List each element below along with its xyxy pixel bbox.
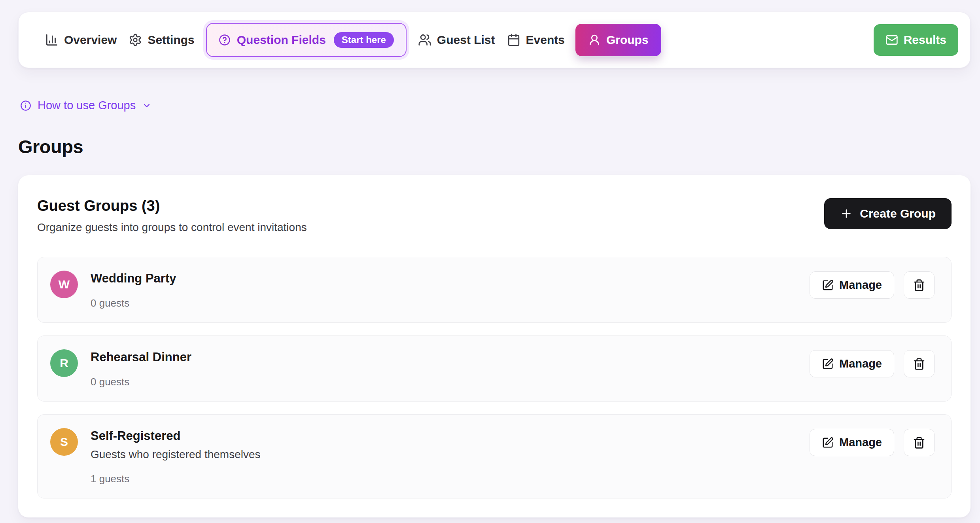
tab-question-fields[interactable]: Question Fields Start here xyxy=(206,23,407,57)
mail-icon xyxy=(885,34,898,46)
tab-events-label: Events xyxy=(526,33,565,47)
results-button-label: Results xyxy=(904,33,946,47)
group-row-rehearsal-dinner: R Rehearsal Dinner 0 guests Manage xyxy=(37,335,952,402)
group-info: Wedding Party 0 guests xyxy=(91,271,176,310)
tab-guest-list-label: Guest List xyxy=(437,33,495,47)
question-circle-icon xyxy=(219,34,231,46)
edit-icon xyxy=(822,437,834,449)
results-button[interactable]: Results xyxy=(874,24,958,56)
page-title: Groups xyxy=(18,136,971,158)
group-guest-count: 0 guests xyxy=(91,296,176,310)
card-title: Guest Groups (3) xyxy=(37,197,307,215)
plus-icon xyxy=(840,207,853,220)
page: Overview Settings Question Fields Start … xyxy=(0,0,980,517)
create-group-button[interactable]: Create Group xyxy=(824,198,952,229)
trash-icon xyxy=(913,279,925,292)
avatar: R xyxy=(50,349,78,377)
group-actions: Manage xyxy=(810,429,935,456)
group-name: Self-Registered xyxy=(91,428,261,444)
manage-button-label: Manage xyxy=(839,436,882,449)
delete-group-button[interactable] xyxy=(904,429,935,456)
trash-icon xyxy=(913,358,925,370)
start-here-badge: Start here xyxy=(334,32,394,48)
manage-button-label: Manage xyxy=(839,357,882,370)
guest-groups-card: Guest Groups (3) Organize guests into gr… xyxy=(18,175,971,517)
group-info: Self-Registered Guests who registered th… xyxy=(91,428,261,486)
tab-question-fields-label: Question Fields xyxy=(237,33,326,47)
chevron-down-icon xyxy=(142,101,151,110)
group-list: W Wedding Party 0 guests Manage xyxy=(37,257,952,498)
bar-chart-icon xyxy=(45,33,59,47)
group-description: Guests who registered themselves xyxy=(91,447,261,462)
tab-groups-label: Groups xyxy=(606,33,649,47)
person-icon xyxy=(588,34,601,46)
tab-settings-label: Settings xyxy=(148,33,194,47)
tab-overview[interactable]: Overview xyxy=(39,33,123,47)
create-group-label: Create Group xyxy=(860,207,936,220)
group-actions: Manage xyxy=(810,350,935,377)
delete-group-button[interactable] xyxy=(904,350,935,377)
how-to-use-groups-link[interactable]: How to use Groups xyxy=(20,99,151,112)
tab-guest-list[interactable]: Guest List xyxy=(412,33,501,47)
card-header: Guest Groups (3) Organize guests into gr… xyxy=(37,197,952,234)
manage-button-label: Manage xyxy=(839,279,882,292)
group-row-wedding-party: W Wedding Party 0 guests Manage xyxy=(37,257,952,323)
delete-group-button[interactable] xyxy=(904,271,935,299)
group-actions: Manage xyxy=(810,271,935,299)
info-icon xyxy=(20,100,31,111)
avatar: S xyxy=(50,428,78,456)
manage-button[interactable]: Manage xyxy=(810,271,894,299)
group-name: Wedding Party xyxy=(91,271,176,286)
edit-icon xyxy=(822,358,834,370)
manage-button[interactable]: Manage xyxy=(810,429,894,456)
how-to-use-groups-label: How to use Groups xyxy=(38,99,136,112)
tab-events[interactable]: Events xyxy=(501,33,571,47)
card-subtitle: Organize guests into groups to control e… xyxy=(37,221,307,234)
trash-icon xyxy=(913,436,925,449)
tab-overview-label: Overview xyxy=(64,33,117,47)
tab-settings[interactable]: Settings xyxy=(123,33,200,47)
tab-groups[interactable]: Groups xyxy=(575,24,661,56)
manage-button[interactable]: Manage xyxy=(810,350,894,377)
group-guest-count: 0 guests xyxy=(91,375,191,389)
group-row-self-registered: S Self-Registered Guests who registered … xyxy=(37,414,952,498)
top-navbar: Overview Settings Question Fields Start … xyxy=(18,12,971,68)
calendar-icon xyxy=(507,33,520,47)
group-guest-count: 1 guests xyxy=(91,472,261,486)
group-name: Rehearsal Dinner xyxy=(91,349,191,365)
avatar: W xyxy=(50,271,78,298)
group-info: Rehearsal Dinner 0 guests xyxy=(91,349,191,389)
edit-icon xyxy=(822,279,834,291)
users-icon xyxy=(418,33,431,47)
gear-icon xyxy=(129,33,142,47)
